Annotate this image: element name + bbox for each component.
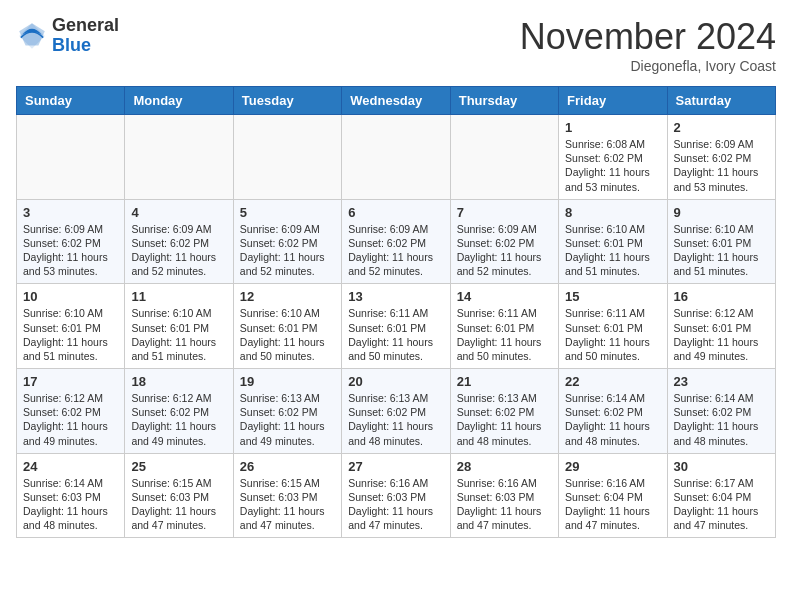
calendar-cell: 6Sunrise: 6:09 AM Sunset: 6:02 PM Daylig… xyxy=(342,199,450,284)
day-info: Sunrise: 6:09 AM Sunset: 6:02 PM Dayligh… xyxy=(457,222,552,279)
day-number: 16 xyxy=(674,289,769,304)
title-section: November 2024 Diegonefla, Ivory Coast xyxy=(520,16,776,74)
day-info: Sunrise: 6:14 AM Sunset: 6:02 PM Dayligh… xyxy=(674,391,769,448)
day-number: 23 xyxy=(674,374,769,389)
day-number: 6 xyxy=(348,205,443,220)
day-number: 28 xyxy=(457,459,552,474)
month-title: November 2024 xyxy=(520,16,776,58)
calendar-cell: 15Sunrise: 6:11 AM Sunset: 6:01 PM Dayli… xyxy=(559,284,667,369)
day-info: Sunrise: 6:08 AM Sunset: 6:02 PM Dayligh… xyxy=(565,137,660,194)
calendar-cell: 25Sunrise: 6:15 AM Sunset: 6:03 PM Dayli… xyxy=(125,453,233,538)
day-info: Sunrise: 6:14 AM Sunset: 6:03 PM Dayligh… xyxy=(23,476,118,533)
day-number: 4 xyxy=(131,205,226,220)
day-info: Sunrise: 6:09 AM Sunset: 6:02 PM Dayligh… xyxy=(348,222,443,279)
day-info: Sunrise: 6:16 AM Sunset: 6:03 PM Dayligh… xyxy=(457,476,552,533)
logo-icon xyxy=(16,20,48,52)
weekday-header-saturday: Saturday xyxy=(667,87,775,115)
day-info: Sunrise: 6:11 AM Sunset: 6:01 PM Dayligh… xyxy=(348,306,443,363)
day-number: 27 xyxy=(348,459,443,474)
weekday-header-sunday: Sunday xyxy=(17,87,125,115)
weekday-row: SundayMondayTuesdayWednesdayThursdayFrid… xyxy=(17,87,776,115)
calendar-cell: 17Sunrise: 6:12 AM Sunset: 6:02 PM Dayli… xyxy=(17,369,125,454)
calendar-cell: 19Sunrise: 6:13 AM Sunset: 6:02 PM Dayli… xyxy=(233,369,341,454)
day-number: 20 xyxy=(348,374,443,389)
calendar-cell: 18Sunrise: 6:12 AM Sunset: 6:02 PM Dayli… xyxy=(125,369,233,454)
day-info: Sunrise: 6:15 AM Sunset: 6:03 PM Dayligh… xyxy=(240,476,335,533)
day-info: Sunrise: 6:13 AM Sunset: 6:02 PM Dayligh… xyxy=(457,391,552,448)
day-number: 30 xyxy=(674,459,769,474)
calendar-week-row: 3Sunrise: 6:09 AM Sunset: 6:02 PM Daylig… xyxy=(17,199,776,284)
day-info: Sunrise: 6:15 AM Sunset: 6:03 PM Dayligh… xyxy=(131,476,226,533)
logo-blue: Blue xyxy=(52,36,119,56)
calendar-cell: 11Sunrise: 6:10 AM Sunset: 6:01 PM Dayli… xyxy=(125,284,233,369)
calendar-week-row: 17Sunrise: 6:12 AM Sunset: 6:02 PM Dayli… xyxy=(17,369,776,454)
day-info: Sunrise: 6:10 AM Sunset: 6:01 PM Dayligh… xyxy=(565,222,660,279)
day-info: Sunrise: 6:12 AM Sunset: 6:02 PM Dayligh… xyxy=(131,391,226,448)
day-info: Sunrise: 6:12 AM Sunset: 6:02 PM Dayligh… xyxy=(23,391,118,448)
calendar-body: 1Sunrise: 6:08 AM Sunset: 6:02 PM Daylig… xyxy=(17,115,776,538)
day-info: Sunrise: 6:09 AM Sunset: 6:02 PM Dayligh… xyxy=(240,222,335,279)
day-info: Sunrise: 6:09 AM Sunset: 6:02 PM Dayligh… xyxy=(674,137,769,194)
calendar-cell: 20Sunrise: 6:13 AM Sunset: 6:02 PM Dayli… xyxy=(342,369,450,454)
calendar-cell: 14Sunrise: 6:11 AM Sunset: 6:01 PM Dayli… xyxy=(450,284,558,369)
day-info: Sunrise: 6:13 AM Sunset: 6:02 PM Dayligh… xyxy=(348,391,443,448)
calendar-cell xyxy=(342,115,450,200)
day-number: 17 xyxy=(23,374,118,389)
day-number: 1 xyxy=(565,120,660,135)
day-info: Sunrise: 6:17 AM Sunset: 6:04 PM Dayligh… xyxy=(674,476,769,533)
day-number: 18 xyxy=(131,374,226,389)
day-number: 29 xyxy=(565,459,660,474)
calendar-header: SundayMondayTuesdayWednesdayThursdayFrid… xyxy=(17,87,776,115)
day-info: Sunrise: 6:09 AM Sunset: 6:02 PM Dayligh… xyxy=(23,222,118,279)
weekday-header-wednesday: Wednesday xyxy=(342,87,450,115)
logo: General Blue xyxy=(16,16,119,56)
logo-text: General Blue xyxy=(52,16,119,56)
calendar-cell xyxy=(233,115,341,200)
weekday-header-thursday: Thursday xyxy=(450,87,558,115)
day-number: 21 xyxy=(457,374,552,389)
day-number: 25 xyxy=(131,459,226,474)
day-info: Sunrise: 6:11 AM Sunset: 6:01 PM Dayligh… xyxy=(565,306,660,363)
day-number: 13 xyxy=(348,289,443,304)
day-info: Sunrise: 6:12 AM Sunset: 6:01 PM Dayligh… xyxy=(674,306,769,363)
day-number: 3 xyxy=(23,205,118,220)
calendar-week-row: 10Sunrise: 6:10 AM Sunset: 6:01 PM Dayli… xyxy=(17,284,776,369)
calendar-cell xyxy=(450,115,558,200)
calendar-cell: 27Sunrise: 6:16 AM Sunset: 6:03 PM Dayli… xyxy=(342,453,450,538)
calendar-cell: 5Sunrise: 6:09 AM Sunset: 6:02 PM Daylig… xyxy=(233,199,341,284)
day-info: Sunrise: 6:13 AM Sunset: 6:02 PM Dayligh… xyxy=(240,391,335,448)
calendar-cell: 13Sunrise: 6:11 AM Sunset: 6:01 PM Dayli… xyxy=(342,284,450,369)
logo-general: General xyxy=(52,16,119,36)
weekday-header-friday: Friday xyxy=(559,87,667,115)
day-number: 24 xyxy=(23,459,118,474)
svg-marker-1 xyxy=(19,23,45,45)
day-number: 14 xyxy=(457,289,552,304)
day-info: Sunrise: 6:11 AM Sunset: 6:01 PM Dayligh… xyxy=(457,306,552,363)
day-number: 15 xyxy=(565,289,660,304)
calendar-cell: 23Sunrise: 6:14 AM Sunset: 6:02 PM Dayli… xyxy=(667,369,775,454)
page-header: General Blue November 2024 Diegonefla, I… xyxy=(16,16,776,74)
calendar-cell: 8Sunrise: 6:10 AM Sunset: 6:01 PM Daylig… xyxy=(559,199,667,284)
calendar-cell: 29Sunrise: 6:16 AM Sunset: 6:04 PM Dayli… xyxy=(559,453,667,538)
day-number: 5 xyxy=(240,205,335,220)
day-number: 9 xyxy=(674,205,769,220)
calendar-cell xyxy=(17,115,125,200)
calendar-cell: 1Sunrise: 6:08 AM Sunset: 6:02 PM Daylig… xyxy=(559,115,667,200)
day-number: 7 xyxy=(457,205,552,220)
day-info: Sunrise: 6:16 AM Sunset: 6:04 PM Dayligh… xyxy=(565,476,660,533)
day-info: Sunrise: 6:16 AM Sunset: 6:03 PM Dayligh… xyxy=(348,476,443,533)
calendar-cell: 28Sunrise: 6:16 AM Sunset: 6:03 PM Dayli… xyxy=(450,453,558,538)
calendar-cell: 12Sunrise: 6:10 AM Sunset: 6:01 PM Dayli… xyxy=(233,284,341,369)
day-number: 26 xyxy=(240,459,335,474)
day-info: Sunrise: 6:09 AM Sunset: 6:02 PM Dayligh… xyxy=(131,222,226,279)
calendar-cell: 22Sunrise: 6:14 AM Sunset: 6:02 PM Dayli… xyxy=(559,369,667,454)
calendar-cell: 10Sunrise: 6:10 AM Sunset: 6:01 PM Dayli… xyxy=(17,284,125,369)
day-number: 12 xyxy=(240,289,335,304)
calendar-week-row: 1Sunrise: 6:08 AM Sunset: 6:02 PM Daylig… xyxy=(17,115,776,200)
calendar-cell: 21Sunrise: 6:13 AM Sunset: 6:02 PM Dayli… xyxy=(450,369,558,454)
calendar-week-row: 24Sunrise: 6:14 AM Sunset: 6:03 PM Dayli… xyxy=(17,453,776,538)
calendar-cell: 3Sunrise: 6:09 AM Sunset: 6:02 PM Daylig… xyxy=(17,199,125,284)
calendar-cell: 2Sunrise: 6:09 AM Sunset: 6:02 PM Daylig… xyxy=(667,115,775,200)
calendar-cell: 7Sunrise: 6:09 AM Sunset: 6:02 PM Daylig… xyxy=(450,199,558,284)
weekday-header-tuesday: Tuesday xyxy=(233,87,341,115)
